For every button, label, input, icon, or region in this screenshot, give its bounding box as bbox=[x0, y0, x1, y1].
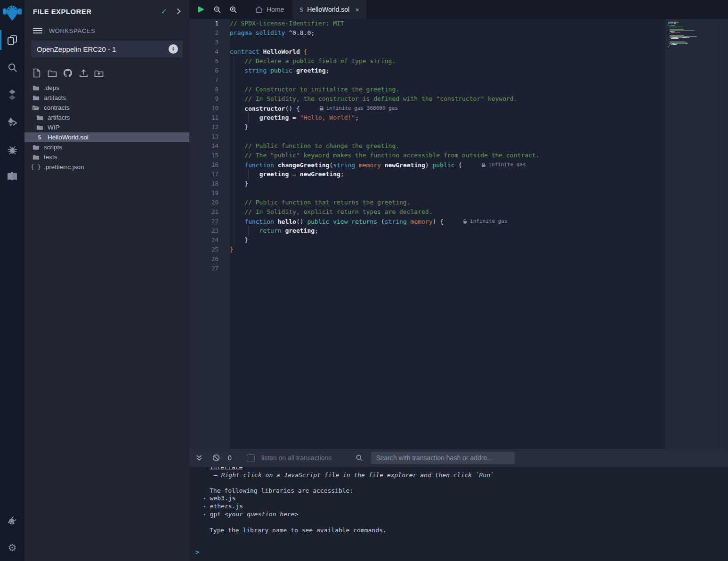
code-line-19[interactable]: 19 bbox=[189, 188, 665, 198]
activity-bar: ⚙ bbox=[0, 0, 24, 561]
code-line-22[interactable]: 22 function hello() public view returns … bbox=[189, 217, 665, 226]
line-number: 3 bbox=[189, 38, 230, 47]
line-number: 17 bbox=[189, 170, 230, 179]
code-line-9[interactable]: 9 // In Solidity, the constructor is def… bbox=[189, 94, 665, 104]
github-icon[interactable] bbox=[62, 68, 73, 78]
code-line-16[interactable]: 16 function changeGreeting(string memory… bbox=[189, 160, 665, 170]
chevron-right-icon[interactable] bbox=[177, 8, 181, 15]
terminal-line bbox=[189, 479, 728, 487]
code-line-20[interactable]: 20 // Public function that returns the g… bbox=[189, 198, 665, 207]
code-line-14[interactable]: 14 // Public function to change the gree… bbox=[189, 141, 665, 151]
tree-item-helloworld-sol[interactable]: SHelloWorld.sol bbox=[24, 132, 189, 142]
workspace-name: OpenZeppelin ERC20 - 1 bbox=[37, 45, 169, 53]
tab-home[interactable]: Home bbox=[248, 0, 291, 19]
deploy-run-icon[interactable] bbox=[0, 108, 24, 136]
code-editor[interactable]: 1// SPDX-License-Identifier: MIT2pragma … bbox=[189, 19, 728, 449]
code-line-17[interactable]: 17 greeting = newGreeting; bbox=[189, 170, 665, 179]
learneth-icon[interactable] bbox=[0, 163, 24, 190]
tree-item-artifacts[interactable]: artifacts bbox=[24, 113, 189, 122]
tree-item-scripts[interactable]: scripts bbox=[24, 142, 189, 152]
terminal-line: – Right click on a JavaScript file in th… bbox=[189, 472, 728, 479]
solidity-icon: S bbox=[299, 6, 303, 13]
code-line-6[interactable]: 6 string public greeting; bbox=[189, 66, 665, 75]
search-icon[interactable] bbox=[0, 54, 24, 81]
code-line-3[interactable]: 3 bbox=[189, 38, 665, 47]
code-line-18[interactable]: 18 } bbox=[189, 179, 665, 188]
plugin-manager-icon[interactable] bbox=[0, 506, 24, 534]
solidity-compiler-icon[interactable] bbox=[0, 81, 24, 108]
gas-estimate-lens: infinite gas bbox=[463, 217, 507, 226]
line-number: 24 bbox=[189, 236, 230, 245]
terminal-link[interactable]: web3.js bbox=[210, 495, 236, 502]
zoom-out-icon[interactable] bbox=[209, 0, 225, 19]
code-lines[interactable]: 1// SPDX-License-Identifier: MIT2pragma … bbox=[189, 19, 665, 449]
zoom-in-icon[interactable] bbox=[225, 0, 241, 19]
check-icon[interactable]: ✓ bbox=[161, 7, 167, 16]
terminal-line: web3.js bbox=[189, 495, 728, 503]
tab-label: HelloWorld.sol bbox=[307, 6, 349, 13]
tree-item-wip[interactable]: WIP bbox=[24, 122, 189, 132]
code-line-10[interactable]: 10 constructor() {infinite gas 368600 ga… bbox=[189, 104, 665, 113]
code-line-15[interactable]: 15 // The "public" keyword makes the fun… bbox=[189, 151, 665, 160]
terminal-line: ethers.js bbox=[189, 503, 728, 511]
file-explorer-panel: FILE EXPLORER ✓ WORKSPACES OpenZeppelin … bbox=[24, 0, 189, 561]
gas-estimate-lens: infinite gas bbox=[482, 160, 526, 170]
code-line-12[interactable]: 12 } bbox=[189, 122, 665, 132]
new-file-icon[interactable] bbox=[31, 68, 42, 78]
file-tree: .depsartifactscontractsartifactsWIPSHell… bbox=[24, 83, 189, 172]
listen-transactions-checkbox[interactable] bbox=[247, 454, 255, 462]
code-line-13[interactable]: 13 bbox=[189, 132, 665, 141]
folder-icon bbox=[32, 144, 40, 150]
close-icon[interactable]: × bbox=[355, 6, 359, 14]
code-line-5[interactable]: 5 // Declare a public field of type stri… bbox=[189, 57, 665, 66]
tree-item--prettierrc-json[interactable]: { }.prettierrc.json bbox=[24, 162, 189, 172]
gas-estimate-lens: infinite gas 368600 gas bbox=[320, 104, 398, 113]
run-icon[interactable] bbox=[193, 0, 209, 19]
tab-helloworld-sol[interactable]: S HelloWorld.sol × bbox=[291, 0, 367, 19]
terminal-link[interactable]: ethers.js bbox=[210, 503, 243, 510]
terminal-prompt[interactable]: > bbox=[195, 548, 199, 556]
line-number: 6 bbox=[189, 66, 230, 75]
code-line-21[interactable]: 21 // In Solidity, explicit return types… bbox=[189, 207, 665, 217]
minimap[interactable] bbox=[668, 22, 715, 49]
workspace-select[interactable]: OpenZeppelin ERC20 - 1 ▲▼ bbox=[31, 41, 183, 57]
folder-icon bbox=[36, 124, 43, 130]
code-line-25[interactable]: 25} bbox=[189, 245, 665, 254]
code-line-27[interactable]: 27 bbox=[189, 264, 665, 273]
code-line-23[interactable]: 23 return greeting; bbox=[189, 226, 665, 236]
listen-transactions-label: listen on all transactions bbox=[261, 454, 332, 462]
terminal-link[interactable]: interface bbox=[210, 467, 243, 471]
upload-folder-icon[interactable] bbox=[93, 68, 105, 78]
code-line-2[interactable]: 2pragma solidity ^0.8.0; bbox=[189, 28, 665, 38]
code-line-1[interactable]: 1// SPDX-License-Identifier: MIT bbox=[189, 19, 665, 28]
line-number: 8 bbox=[189, 85, 230, 94]
debugger-icon[interactable] bbox=[0, 136, 24, 163]
terminal-search-input[interactable] bbox=[371, 452, 515, 464]
new-folder-icon[interactable] bbox=[47, 68, 58, 78]
terminal-line bbox=[189, 519, 728, 527]
code-line-7[interactable]: 7 bbox=[189, 75, 665, 85]
line-number: 5 bbox=[189, 57, 230, 66]
code-line-24[interactable]: 24 } bbox=[189, 236, 665, 245]
clear-icon[interactable] bbox=[211, 453, 221, 463]
collapse-icon[interactable] bbox=[194, 453, 204, 463]
file-explorer-icon[interactable] bbox=[0, 26, 24, 54]
workspaces-label: WORKSPACES bbox=[49, 27, 95, 34]
line-number: 20 bbox=[189, 198, 230, 207]
tree-item--deps[interactable]: .deps bbox=[24, 83, 189, 93]
code-line-26[interactable]: 26 bbox=[189, 254, 665, 264]
terminal-output[interactable]: interface– Right click on a JavaScript f… bbox=[189, 467, 728, 561]
tree-item-artifacts[interactable]: artifacts bbox=[24, 93, 189, 103]
terminal-line: Type the library name to see available c… bbox=[189, 527, 728, 534]
file-label: artifacts bbox=[48, 114, 70, 121]
code-line-8[interactable]: 8 // Constructor to initialize the greet… bbox=[189, 85, 665, 94]
settings-icon[interactable]: ⚙ bbox=[0, 534, 24, 561]
code-line-11[interactable]: 11 greeting = "Hello, World!"; bbox=[189, 113, 665, 122]
code-line-4[interactable]: 4contract HelloWorld { bbox=[189, 47, 665, 57]
remix-logo[interactable] bbox=[0, 0, 24, 26]
workspaces-menu-icon[interactable] bbox=[33, 28, 42, 33]
tree-item-contracts[interactable]: contracts bbox=[24, 103, 189, 113]
line-number: 23 bbox=[189, 226, 230, 236]
upload-file-icon[interactable] bbox=[78, 68, 89, 78]
tree-item-tests[interactable]: tests bbox=[24, 152, 189, 162]
